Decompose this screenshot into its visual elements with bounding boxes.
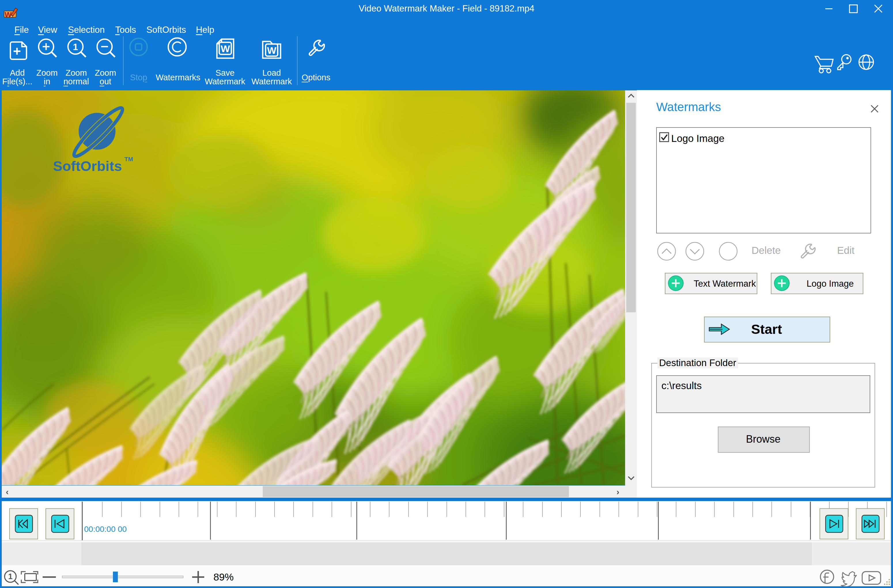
svg-text:W: W: [221, 43, 230, 54]
svg-text:TM: TM: [125, 156, 133, 162]
svg-text:W: W: [267, 45, 277, 56]
svg-text:1: 1: [8, 572, 12, 581]
svg-text:SoftOrbits: SoftOrbits: [53, 158, 122, 174]
svg-text:1: 1: [73, 42, 78, 52]
svg-text:89%: 89%: [213, 571, 234, 582]
